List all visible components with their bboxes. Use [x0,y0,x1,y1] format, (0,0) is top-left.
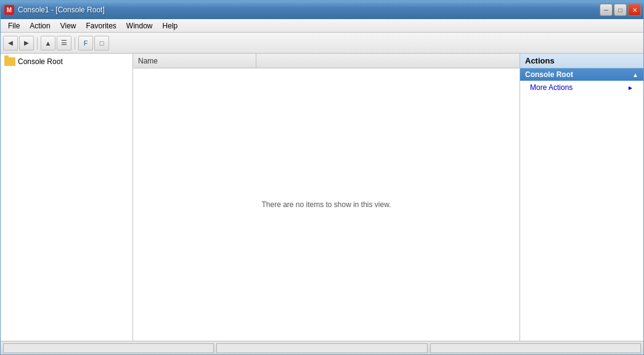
menu-help[interactable]: Help [158,20,183,31]
app-icon: M [4,5,14,15]
restore-button[interactable]: □ [614,4,627,16]
back-button[interactable]: ◄ [3,36,18,51]
title-bar-left: M Console1 - [Console Root] [4,5,105,15]
tree-panel: Console Root [1,54,133,341]
menu-favorites[interactable]: Favorites [81,20,121,31]
status-section-2 [216,343,427,353]
folder-icon [4,57,15,66]
actions-section-console-root[interactable]: Console Root ▲ [520,68,643,81]
chevron-up-icon: ▲ [632,71,638,78]
actions-panel: Actions Console Root ▲ More Actions ► [520,54,643,341]
new-window-button[interactable]: F [78,36,93,51]
forward-button[interactable]: ► [19,36,34,51]
menu-bar: File Action View Favorites Window Help [1,19,643,33]
actions-title: Actions [520,54,643,68]
content-header: Name [133,54,520,68]
more-actions-label: More Actions [530,83,573,92]
chevron-right-icon: ► [627,84,634,91]
toolbar-separator-2 [75,37,75,49]
menu-view[interactable]: View [55,20,81,31]
menu-window[interactable]: Window [121,20,158,31]
content-body: There are no items to show in this view. [133,68,520,341]
column-name: Name [133,54,256,68]
tree-item-label: Console Root [18,57,63,66]
status-section-1 [3,343,214,353]
content-panel: Name There are no items to show in this … [133,54,520,341]
actions-section-label: Console Root [525,70,573,79]
window-controls: ─ □ ✕ [600,4,641,16]
menu-file[interactable]: File [3,20,25,31]
status-bar [1,341,643,354]
up-button[interactable]: ▲ [41,36,55,51]
close-button[interactable]: ✕ [628,4,641,16]
main-window: M Console1 - [Console Root] ─ □ ✕ File A… [0,0,644,355]
minimize-button[interactable]: ─ [600,4,613,16]
more-actions-item[interactable]: More Actions ► [520,81,643,94]
toolbar-separator-1 [37,37,38,49]
empty-message: There are no items to show in this view. [261,200,391,209]
status-section-3 [430,343,641,353]
main-area: Console Root Name There are no items to … [1,54,643,341]
properties-button[interactable]: □ [94,36,109,51]
tree-item-console-root[interactable]: Console Root [2,56,131,67]
show-hide-button[interactable]: ☰ [57,36,71,51]
toolbar: ◄ ► ▲ ☰ F □ [1,33,643,54]
window-title: Console1 - [Console Root] [18,6,105,14]
menu-action[interactable]: Action [25,20,55,31]
title-bar: M Console1 - [Console Root] ─ □ ✕ [1,1,643,19]
